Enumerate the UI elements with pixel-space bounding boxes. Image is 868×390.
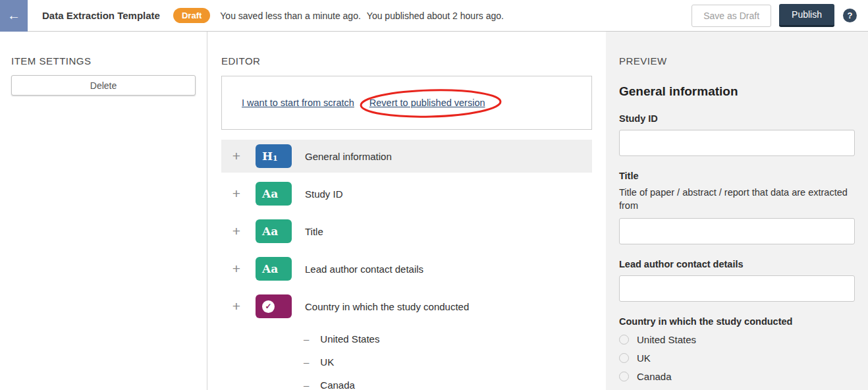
start-from-scratch-link[interactable]: I want to start from scratch <box>242 98 354 108</box>
add-item-icon[interactable]: + <box>231 298 242 314</box>
preview-field: TitleTitle of paper / abstract / report … <box>619 171 855 244</box>
editor-item-label: Study ID <box>305 188 343 200</box>
saved-ago-text: You saved less than a minute ago. <box>220 11 361 21</box>
help-icon[interactable]: ? <box>843 9 857 22</box>
editor-item-country[interactable]: +✓Country in which the study conducted <box>221 290 592 323</box>
editor-item-title[interactable]: +AaTitle <box>221 215 592 248</box>
editor-item-label: General information <box>305 151 392 162</box>
text-type-icon: Aa <box>256 257 292 281</box>
add-item-icon[interactable]: + <box>231 261 242 277</box>
preview-panel: PREVIEW General information Study IDTitl… <box>606 32 868 390</box>
preview-radio-option[interactable]: UK <box>619 352 855 364</box>
back-button[interactable]: ← <box>0 0 28 32</box>
page-title: Data Extraction Template <box>42 10 160 21</box>
heading-level-glyph: 1 <box>273 154 278 163</box>
editor-option-label: UK <box>320 356 334 368</box>
dash-bullet-icon: – <box>304 333 309 345</box>
radio-button-icon[interactable] <box>619 335 629 345</box>
preview-text-input[interactable] <box>619 130 855 156</box>
text-field-glyph: Aa <box>262 225 278 238</box>
heading-type-icon: H1 <box>256 144 292 168</box>
editor-option-row[interactable]: –United States <box>221 327 592 350</box>
preview-field-label: Study ID <box>619 113 855 124</box>
preview-field: Study ID <box>619 113 855 156</box>
preview-radio-label: Canada <box>637 371 672 382</box>
item-settings-heading: ITEM SETTINGS <box>11 55 196 67</box>
back-arrow-icon: ← <box>7 8 20 23</box>
preview-heading: PREVIEW <box>619 55 855 67</box>
editor-option-label: United States <box>320 333 379 345</box>
editor-item-general-information[interactable]: +H1General information <box>221 140 592 173</box>
editor-option-row[interactable]: –UK <box>221 350 592 374</box>
preview-text-input[interactable] <box>619 275 855 302</box>
radio-button-icon[interactable] <box>619 353 629 363</box>
heading-glyph: H <box>262 150 273 163</box>
add-item-icon[interactable]: + <box>231 148 242 164</box>
preview-field-label: Title <box>619 171 855 181</box>
preview-radio-option[interactable]: Canada <box>619 371 855 382</box>
editor-item-label: Country in which the study conducted <box>305 301 469 312</box>
text-type-icon: Aa <box>256 182 292 206</box>
add-item-icon[interactable]: + <box>231 186 242 202</box>
preview-field-label: Country in which the study conducted <box>619 316 855 327</box>
save-as-draft-button[interactable]: Save as Draft <box>692 5 771 27</box>
preview-field-label: Lead author contact details <box>619 259 855 269</box>
publish-button[interactable]: Publish <box>779 4 834 27</box>
preview-field: Country in which the study conductedUnit… <box>619 316 855 382</box>
revert-to-published-link[interactable]: Revert to published version <box>369 98 485 108</box>
editor-item-label: Lead author contact details <box>305 264 423 275</box>
preview-section-title: General information <box>619 84 855 99</box>
editor-item-lead-author-contact-details[interactable]: +AaLead author contact details <box>221 252 592 285</box>
text-field-glyph: Aa <box>262 262 278 275</box>
template-reset-box: I want to start from scratch Revert to p… <box>221 76 592 130</box>
text-type-icon: Aa <box>256 219 292 243</box>
question-mark-icon: ? <box>848 11 853 20</box>
status-badge: Draft <box>173 8 210 23</box>
preview-text-input[interactable] <box>619 218 855 244</box>
checkmark-icon: ✓ <box>262 300 275 313</box>
preview-field: Lead author contact details <box>619 259 855 302</box>
editor-option-row[interactable]: –Canada <box>221 374 592 390</box>
preview-fields: Study IDTitleTitle of paper / abstract /… <box>619 113 855 382</box>
top-bar: ← Data Extraction Template Draft You sav… <box>0 0 868 32</box>
radio-button-icon[interactable] <box>619 372 629 381</box>
preview-radio-label: United States <box>637 334 696 345</box>
editor-heading: EDITOR <box>221 55 592 67</box>
editor-option-label: Canada <box>320 379 355 390</box>
item-settings-panel: ITEM SETTINGS Delete <box>0 32 207 390</box>
preview-radio-option[interactable]: United States <box>619 334 855 345</box>
published-ago-text: You published about 2 hours ago. <box>367 11 504 21</box>
delete-button[interactable]: Delete <box>11 75 196 96</box>
editor-item-study-id[interactable]: +AaStudy ID <box>221 177 592 210</box>
text-field-glyph: Aa <box>262 187 278 200</box>
dash-bullet-icon: – <box>304 379 309 390</box>
save-status-text: You saved less than a minute ago.You pub… <box>220 11 510 21</box>
editor-item-list: +H1General information+AaStudy ID+AaTitl… <box>221 140 592 390</box>
add-item-icon[interactable]: + <box>231 223 242 239</box>
preview-field-description: Title of paper / abstract / report that … <box>619 186 851 212</box>
preview-radio-label: UK <box>637 352 651 364</box>
editor-item-label: Title <box>305 226 323 237</box>
editor-panel: EDITOR I want to start from scratch Reve… <box>207 32 606 390</box>
dash-bullet-icon: – <box>304 356 309 368</box>
single-select-type-icon: ✓ <box>256 294 292 318</box>
